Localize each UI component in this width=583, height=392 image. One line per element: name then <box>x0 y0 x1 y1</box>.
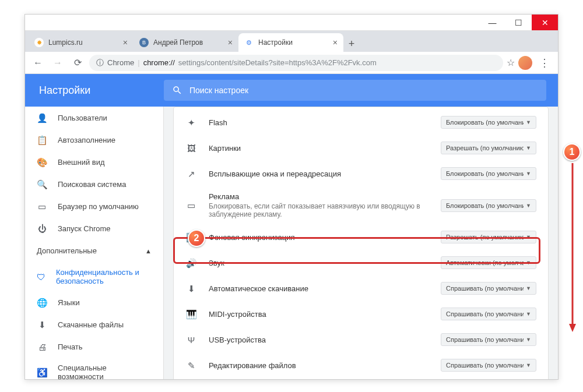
profile-avatar[interactable] <box>518 56 532 70</box>
maximize-button[interactable]: ☐ <box>505 15 532 30</box>
url-scheme: Chrome <box>107 58 134 67</box>
tab-label: Настройки <box>258 38 293 47</box>
sidebar-item[interactable]: ⏻Запуск Chrome <box>25 217 163 239</box>
tab-label: Lumpics.ru <box>48 38 83 47</box>
sidebar-item[interactable]: ⬇Скачанные файлы <box>25 313 163 336</box>
download-icon: ⬇ <box>185 282 197 294</box>
chevron-down-icon: ▼ <box>526 311 531 317</box>
dropdown-value: Спрашивать (по умолчанию) <box>446 362 524 369</box>
sidebar-item-label: Языки <box>58 298 80 307</box>
permission-label: Звук <box>209 259 429 267</box>
person-icon: 👤 <box>37 112 47 123</box>
permission-dropdown[interactable]: Спрашивать (по умолчанию)▼ <box>441 282 536 295</box>
sidebar-item-label: Печать <box>58 342 83 351</box>
permission-row: ✦Доступ к плагинам вне тестовой средыСпр… <box>174 378 548 379</box>
permission-row: 🔄Фоновая синхронизацияРазрешать (по умол… <box>174 224 548 250</box>
menu-icon[interactable]: ⋮ <box>536 56 553 69</box>
permission-sublabel: Блокировать, если сайт показывает навязч… <box>209 202 429 218</box>
search-placeholder: Поиск настроек <box>189 86 248 95</box>
web-icon: ▭ <box>37 201 47 211</box>
sidebar-item[interactable]: 🎨Внешний вид <box>25 151 163 173</box>
permission-dropdown[interactable]: Спрашивать (по умолчанию)▼ <box>441 359 536 372</box>
palette-icon: 🎨 <box>37 157 47 167</box>
close-icon[interactable]: × <box>228 38 233 47</box>
bookmark-icon[interactable]: ☆ <box>507 57 515 68</box>
permission-dropdown[interactable]: Автоматически (по умолчанию)▼ <box>441 256 536 269</box>
svg-marker-1 <box>569 324 576 332</box>
permission-label: Реклама <box>209 192 429 201</box>
sidebar-item[interactable]: 📋Автозаполнение <box>25 129 163 151</box>
tab-settings[interactable]: ⚙ Настройки × <box>238 33 343 52</box>
new-tab-button[interactable]: + <box>343 36 360 52</box>
address-bar[interactable]: ⓘ Chrome | chrome://settings/content/sit… <box>89 55 503 71</box>
sidebar-item[interactable]: 👤Пользователи <box>25 107 163 129</box>
sidebar-item-label: Специальные возможности <box>58 363 152 379</box>
permission-label: Редактирование файлов <box>209 361 429 370</box>
sidebar-item[interactable]: 🌐Языки <box>25 291 163 313</box>
info-icon: ⓘ <box>96 58 104 68</box>
forward-button[interactable]: → <box>50 55 66 71</box>
gear-icon: ⚙ <box>244 38 254 47</box>
permission-dropdown[interactable]: Разрешать (по умолчанию)▼ <box>441 142 536 154</box>
dropdown-value: Блокировать (по умолчанию) <box>446 119 524 126</box>
permission-dropdown[interactable]: Блокировать (по умолчанию)▼ <box>441 167 536 180</box>
sidebar-item[interactable]: ▭Браузер по умолчанию <box>25 195 163 217</box>
settings-header: Настройки Поиск настроек <box>25 74 558 107</box>
puzzle-icon: ✦ <box>185 116 197 128</box>
minimize-button[interactable]: — <box>479 15 505 30</box>
sound-icon: 🔊 <box>185 257 197 269</box>
tab-lumpics[interactable]: ✸ Lumpics.ru × <box>29 33 134 52</box>
permission-label: MIDI-устройства <box>209 310 429 319</box>
dropdown-value: Разрешать (по умолчанию) <box>446 144 524 151</box>
accessibility-icon: ♿ <box>37 367 47 377</box>
sidebar-item-label: Поисковая система <box>58 180 127 189</box>
reload-button[interactable]: ⟳ <box>69 55 86 71</box>
browser-toolbar: ← → ⟳ ⓘ Chrome | chrome://settings/conte… <box>25 52 558 74</box>
sidebar-item[interactable]: ♿Специальные возможности <box>25 358 163 379</box>
popup-icon: ↗ <box>185 168 197 179</box>
settings-sidebar: 👤Пользователи📋Автозаполнение🎨Внешний вид… <box>25 107 164 379</box>
close-icon[interactable]: × <box>123 38 128 47</box>
chevron-down-icon: ▼ <box>526 203 531 209</box>
favicon-icon: ✸ <box>34 38 44 47</box>
permission-dropdown[interactable]: Разрешать (по умолчанию)▼ <box>441 231 536 243</box>
section-label: Дополнительные <box>37 246 97 255</box>
back-button[interactable]: ← <box>30 55 46 71</box>
assignment-icon: 📋 <box>37 135 47 145</box>
sidebar-item-label: Конфиденциальность и безопасность <box>56 268 152 285</box>
sidebar-item[interactable]: 🛡Конфиденциальность и безопасность <box>25 262 163 291</box>
window-titlebar: — ☐ ✕ <box>25 15 558 31</box>
dropdown-value: Разрешать (по умолчанию) <box>446 234 524 241</box>
permission-dropdown[interactable]: Спрашивать (по умолчанию)▼ <box>441 308 536 320</box>
sidebar-section-advanced[interactable]: Дополнительные▲ <box>25 239 163 262</box>
chevron-down-icon: ▼ <box>526 260 531 266</box>
permission-dropdown[interactable]: Спрашивать (по умолчанию)▼ <box>441 333 536 346</box>
close-button[interactable]: ✕ <box>532 15 558 30</box>
midi-icon: 🎹 <box>185 308 197 320</box>
search-icon: 🔍 <box>37 179 47 189</box>
sidebar-item[interactable]: 🖨Печать <box>25 336 163 358</box>
callout-1: 1 <box>563 143 581 161</box>
permission-row: ΨUSB-устройстваСпрашивать (по умолчанию)… <box>174 327 548 352</box>
page-title: Настройки <box>25 84 164 97</box>
print-icon: 🖨 <box>37 341 47 352</box>
permission-row: ✎Редактирование файловСпрашивать (по умо… <box>174 352 548 378</box>
chevron-down-icon: ▼ <box>526 337 531 342</box>
permission-row: ▭РекламаБлокировать, если сайт показывае… <box>174 186 548 224</box>
sidebar-item[interactable]: 🔍Поисковая система <box>25 173 163 195</box>
sidebar-item-label: Автозаполнение <box>58 136 115 144</box>
url-path: settings/content/siteDetails?site=https%… <box>178 58 377 67</box>
dropdown-value: Блокировать (по умолчанию) <box>446 202 524 209</box>
close-icon[interactable]: × <box>333 38 338 47</box>
search-input[interactable]: Поиск настроек <box>164 80 546 101</box>
permission-dropdown[interactable]: Блокировать (по умолчанию)▼ <box>441 199 536 212</box>
favicon-icon: B <box>139 38 149 47</box>
usb-icon: Ψ <box>185 334 197 345</box>
dropdown-value: Блокировать (по умолчанию) <box>446 170 524 177</box>
permission-dropdown[interactable]: Блокировать (по умолчанию)▼ <box>441 116 536 129</box>
sidebar-item-label: Запуск Chrome <box>58 224 111 233</box>
chevron-down-icon: ▼ <box>526 362 531 368</box>
power-icon: ⏻ <box>37 223 47 234</box>
tab-vk[interactable]: B Андрей Петров × <box>134 33 238 52</box>
edit-icon: ✎ <box>185 359 197 371</box>
